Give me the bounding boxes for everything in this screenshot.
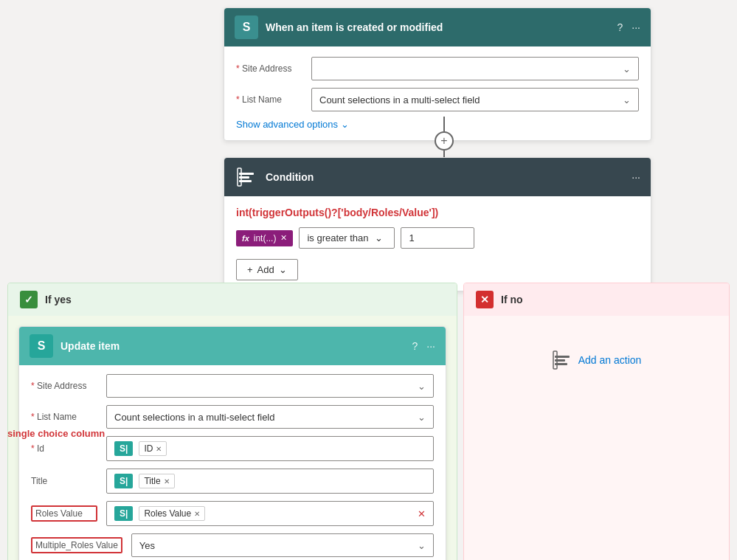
connector: + xyxy=(435,117,454,161)
connector-line-top xyxy=(443,117,445,131)
condition-more-icon[interactable]: ··· xyxy=(632,171,640,183)
update-roles-input[interactable]: S| Roles Value ✕ ✕ xyxy=(106,501,434,526)
update-item-icon: S xyxy=(30,334,53,358)
update-roles-label: Roles Value xyxy=(31,505,97,522)
list-name-value: Count selections in a multi-select field xyxy=(319,94,480,106)
if-yes-icon: ✓ xyxy=(20,291,38,308)
svg-rect-1 xyxy=(239,176,249,179)
condition-icon xyxy=(235,165,258,189)
fx-icon: fx xyxy=(242,234,249,243)
id-s-chip: S| xyxy=(114,441,133,456)
update-list-name-value: Count selections in a multi-select field xyxy=(114,412,275,423)
title-chip-container: S| Title ✕ xyxy=(114,474,426,488)
func-chip-close[interactable]: ✕ xyxy=(280,233,287,243)
multiple-roles-chevron: ⌄ xyxy=(418,540,426,551)
trigger-icon: S xyxy=(235,15,258,39)
update-item-more-icon[interactable]: ··· xyxy=(426,340,435,352)
if-no-header: ✕ If no xyxy=(464,283,729,316)
condition-operator[interactable]: is greater than ⌄ xyxy=(299,227,395,249)
roles-s-chip: S| xyxy=(114,506,133,521)
update-id-label: Id xyxy=(31,443,97,454)
update-item-help-icon[interactable]: ? xyxy=(412,340,418,352)
trigger-title: When an item is created or modified xyxy=(266,21,610,33)
if-no-section: ✕ If no Add an action xyxy=(463,283,730,560)
trigger-header: S When an item is created or modified ? … xyxy=(224,8,651,46)
title-chip-close[interactable]: ✕ xyxy=(164,477,170,485)
update-roles-row: Roles Value S| Roles Value ✕ ✕ xyxy=(31,501,434,526)
update-item-card: S Update item ? ··· Site Address xyxy=(18,326,446,560)
if-no-label: If no xyxy=(501,294,523,305)
annotation-single-choice: single choice column xyxy=(7,428,105,439)
update-site-address-row: Site Address ⌄ xyxy=(31,374,434,398)
connector-add-button[interactable]: + xyxy=(435,131,454,151)
if-yes-section: ✓ If yes S Update item ? ··· xyxy=(7,283,457,560)
add-action-label: Add an action xyxy=(578,354,642,366)
list-name-input[interactable]: Count selections in a multi-select field… xyxy=(311,88,639,111)
update-item-header-actions: ? ··· xyxy=(412,340,435,352)
site-address-row: Site Address ⌄ xyxy=(236,57,639,80)
update-multiple-roles-input[interactable]: Yes ⌄ xyxy=(131,533,434,557)
update-title-input[interactable]: S| Title ✕ xyxy=(106,469,434,494)
trigger-header-actions: ? ··· xyxy=(617,21,640,33)
update-item-title: Update item xyxy=(60,340,405,352)
condition-header-actions: ··· xyxy=(632,171,640,183)
func-chip-label: int(...) xyxy=(254,233,277,243)
trigger-help-icon[interactable]: ? xyxy=(617,21,623,33)
update-site-address-label: Site Address xyxy=(31,381,97,391)
list-name-chevron: ⌄ xyxy=(623,94,631,106)
if-no-body: Add an action xyxy=(464,316,729,404)
if-yes-header: ✓ If yes xyxy=(8,283,457,316)
update-id-row: Id S| ID ✕ xyxy=(31,436,434,461)
condition-header: Condition ··· xyxy=(224,158,651,196)
condition-title: Condition xyxy=(266,171,624,183)
update-site-address-input[interactable]: ⌄ xyxy=(106,374,434,398)
operator-chevron: ⌄ xyxy=(375,232,383,243)
title-tag-chip: Title ✕ xyxy=(139,474,174,488)
roles-clear-icon[interactable]: ✕ xyxy=(418,508,426,519)
add-chevron: ⌄ xyxy=(279,264,287,275)
roles-chip-close[interactable]: ✕ xyxy=(194,510,200,518)
condition-body: int(triggerOutputs()?['body/Roles/Value'… xyxy=(224,196,651,291)
id-chip-close[interactable]: ✕ xyxy=(156,445,162,453)
trigger-more-icon[interactable]: ··· xyxy=(632,21,640,33)
update-multiple-roles-label: Multiple_Roles Value xyxy=(31,537,122,553)
update-item-body: Site Address ⌄ List Name Count selection… xyxy=(19,365,446,560)
condition-add-button[interactable]: + Add ⌄ xyxy=(236,259,298,280)
condition-card: Condition ··· int(triggerOutputs()?['bod… xyxy=(224,157,651,291)
list-name-label: List Name xyxy=(236,94,302,105)
update-list-name-input[interactable]: Count selections in a multi-select field… xyxy=(106,405,434,429)
update-multiple-roles-row: Multiple_Roles Value Yes ⌄ xyxy=(31,533,434,557)
site-address-input[interactable]: ⌄ xyxy=(311,57,639,80)
if-yes-label: If yes xyxy=(45,294,72,305)
update-list-name-row: List Name Count selections in a multi-se… xyxy=(31,405,434,429)
title-s-chip: S| xyxy=(114,474,133,488)
site-address-label: Site Address xyxy=(236,63,302,74)
update-title-row: Title S| Title ✕ xyxy=(31,469,434,494)
condition-row: fx int(...) ✕ is greater than ⌄ 1 xyxy=(236,227,639,249)
id-tag-chip: ID ✕ xyxy=(139,441,167,456)
add-action-button[interactable]: Add an action xyxy=(552,350,642,370)
condition-value[interactable]: 1 xyxy=(401,227,474,249)
roles-tag-chip: Roles Value ✕ xyxy=(139,506,205,521)
site-address-chevron: ⌄ xyxy=(623,63,631,75)
add-plus-icon: + xyxy=(247,264,253,275)
svg-rect-5 xyxy=(555,359,565,362)
condition-expression: int(triggerOutputs()?['body/Roles/Value'… xyxy=(236,207,639,218)
id-chip-container: S| ID ✕ xyxy=(114,441,426,456)
if-no-icon: ✕ xyxy=(476,291,494,308)
update-site-chevron: ⌄ xyxy=(418,381,426,392)
update-title-label: Title xyxy=(31,476,97,486)
update-item-header: S Update item ? ··· xyxy=(19,327,446,365)
branches-container: ✓ If yes S Update item ? ··· xyxy=(7,283,730,560)
roles-chip-container: S| Roles Value ✕ xyxy=(114,506,418,521)
update-id-input[interactable]: S| ID ✕ xyxy=(106,436,434,461)
add-action-icon xyxy=(552,350,572,370)
update-list-chevron: ⌄ xyxy=(418,412,426,423)
update-list-name-label: List Name xyxy=(31,412,97,422)
func-chip[interactable]: fx int(...) ✕ xyxy=(236,230,293,246)
list-name-row: List Name Count selections in a multi-se… xyxy=(236,88,639,111)
